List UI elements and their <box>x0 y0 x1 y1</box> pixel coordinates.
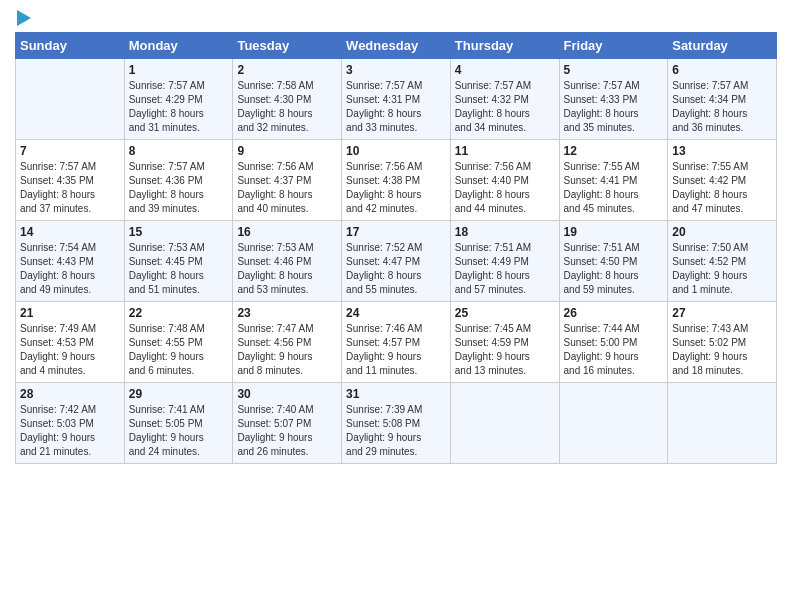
calendar-cell: 13Sunrise: 7:55 AM Sunset: 4:42 PM Dayli… <box>668 140 777 221</box>
day-content: Sunrise: 7:57 AM Sunset: 4:35 PM Dayligh… <box>20 160 120 216</box>
day-number: 1 <box>129 63 229 77</box>
day-number: 25 <box>455 306 555 320</box>
day-of-week-saturday: Saturday <box>668 33 777 59</box>
page-container: SundayMondayTuesdayWednesdayThursdayFrid… <box>0 0 792 474</box>
day-content: Sunrise: 7:46 AM Sunset: 4:57 PM Dayligh… <box>346 322 446 378</box>
logo <box>15 10 31 26</box>
day-content: Sunrise: 7:56 AM Sunset: 4:40 PM Dayligh… <box>455 160 555 216</box>
day-number: 5 <box>564 63 664 77</box>
calendar-cell: 27Sunrise: 7:43 AM Sunset: 5:02 PM Dayli… <box>668 302 777 383</box>
day-number: 19 <box>564 225 664 239</box>
day-number: 16 <box>237 225 337 239</box>
calendar-cell: 15Sunrise: 7:53 AM Sunset: 4:45 PM Dayli… <box>124 221 233 302</box>
calendar-cell: 2Sunrise: 7:58 AM Sunset: 4:30 PM Daylig… <box>233 59 342 140</box>
day-number: 31 <box>346 387 446 401</box>
day-of-week-monday: Monday <box>124 33 233 59</box>
day-content: Sunrise: 7:54 AM Sunset: 4:43 PM Dayligh… <box>20 241 120 297</box>
day-content: Sunrise: 7:53 AM Sunset: 4:45 PM Dayligh… <box>129 241 229 297</box>
day-content: Sunrise: 7:56 AM Sunset: 4:38 PM Dayligh… <box>346 160 446 216</box>
calendar-cell: 18Sunrise: 7:51 AM Sunset: 4:49 PM Dayli… <box>450 221 559 302</box>
day-content: Sunrise: 7:55 AM Sunset: 4:41 PM Dayligh… <box>564 160 664 216</box>
calendar-week-3: 14Sunrise: 7:54 AM Sunset: 4:43 PM Dayli… <box>16 221 777 302</box>
calendar-cell: 16Sunrise: 7:53 AM Sunset: 4:46 PM Dayli… <box>233 221 342 302</box>
calendar-week-1: 1Sunrise: 7:57 AM Sunset: 4:29 PM Daylig… <box>16 59 777 140</box>
day-content: Sunrise: 7:50 AM Sunset: 4:52 PM Dayligh… <box>672 241 772 297</box>
day-of-week-wednesday: Wednesday <box>342 33 451 59</box>
day-content: Sunrise: 7:57 AM Sunset: 4:29 PM Dayligh… <box>129 79 229 135</box>
calendar-cell: 4Sunrise: 7:57 AM Sunset: 4:32 PM Daylig… <box>450 59 559 140</box>
calendar-cell: 21Sunrise: 7:49 AM Sunset: 4:53 PM Dayli… <box>16 302 125 383</box>
day-of-week-sunday: Sunday <box>16 33 125 59</box>
calendar-cell: 24Sunrise: 7:46 AM Sunset: 4:57 PM Dayli… <box>342 302 451 383</box>
day-content: Sunrise: 7:57 AM Sunset: 4:32 PM Dayligh… <box>455 79 555 135</box>
calendar-cell: 3Sunrise: 7:57 AM Sunset: 4:31 PM Daylig… <box>342 59 451 140</box>
calendar-cell: 10Sunrise: 7:56 AM Sunset: 4:38 PM Dayli… <box>342 140 451 221</box>
calendar-cell: 26Sunrise: 7:44 AM Sunset: 5:00 PM Dayli… <box>559 302 668 383</box>
day-number: 26 <box>564 306 664 320</box>
day-content: Sunrise: 7:44 AM Sunset: 5:00 PM Dayligh… <box>564 322 664 378</box>
day-of-week-tuesday: Tuesday <box>233 33 342 59</box>
calendar-cell: 5Sunrise: 7:57 AM Sunset: 4:33 PM Daylig… <box>559 59 668 140</box>
day-content: Sunrise: 7:42 AM Sunset: 5:03 PM Dayligh… <box>20 403 120 459</box>
day-content: Sunrise: 7:49 AM Sunset: 4:53 PM Dayligh… <box>20 322 120 378</box>
day-content: Sunrise: 7:51 AM Sunset: 4:49 PM Dayligh… <box>455 241 555 297</box>
day-number: 29 <box>129 387 229 401</box>
calendar-cell <box>16 59 125 140</box>
day-content: Sunrise: 7:39 AM Sunset: 5:08 PM Dayligh… <box>346 403 446 459</box>
day-content: Sunrise: 7:58 AM Sunset: 4:30 PM Dayligh… <box>237 79 337 135</box>
calendar-cell: 20Sunrise: 7:50 AM Sunset: 4:52 PM Dayli… <box>668 221 777 302</box>
day-content: Sunrise: 7:53 AM Sunset: 4:46 PM Dayligh… <box>237 241 337 297</box>
calendar-cell: 12Sunrise: 7:55 AM Sunset: 4:41 PM Dayli… <box>559 140 668 221</box>
day-content: Sunrise: 7:57 AM Sunset: 4:36 PM Dayligh… <box>129 160 229 216</box>
calendar-cell: 22Sunrise: 7:48 AM Sunset: 4:55 PM Dayli… <box>124 302 233 383</box>
day-number: 12 <box>564 144 664 158</box>
day-number: 7 <box>20 144 120 158</box>
calendar-week-4: 21Sunrise: 7:49 AM Sunset: 4:53 PM Dayli… <box>16 302 777 383</box>
day-number: 2 <box>237 63 337 77</box>
day-content: Sunrise: 7:55 AM Sunset: 4:42 PM Dayligh… <box>672 160 772 216</box>
day-number: 24 <box>346 306 446 320</box>
calendar-cell: 17Sunrise: 7:52 AM Sunset: 4:47 PM Dayli… <box>342 221 451 302</box>
day-content: Sunrise: 7:57 AM Sunset: 4:31 PM Dayligh… <box>346 79 446 135</box>
calendar-cell: 23Sunrise: 7:47 AM Sunset: 4:56 PM Dayli… <box>233 302 342 383</box>
day-number: 6 <box>672 63 772 77</box>
calendar-week-2: 7Sunrise: 7:57 AM Sunset: 4:35 PM Daylig… <box>16 140 777 221</box>
calendar-cell: 28Sunrise: 7:42 AM Sunset: 5:03 PM Dayli… <box>16 383 125 464</box>
calendar-table: SundayMondayTuesdayWednesdayThursdayFrid… <box>15 32 777 464</box>
calendar-cell <box>450 383 559 464</box>
calendar-cell: 14Sunrise: 7:54 AM Sunset: 4:43 PM Dayli… <box>16 221 125 302</box>
calendar-cell: 8Sunrise: 7:57 AM Sunset: 4:36 PM Daylig… <box>124 140 233 221</box>
day-number: 15 <box>129 225 229 239</box>
day-number: 10 <box>346 144 446 158</box>
day-number: 14 <box>20 225 120 239</box>
day-content: Sunrise: 7:57 AM Sunset: 4:33 PM Dayligh… <box>564 79 664 135</box>
day-content: Sunrise: 7:52 AM Sunset: 4:47 PM Dayligh… <box>346 241 446 297</box>
calendar-body: 1Sunrise: 7:57 AM Sunset: 4:29 PM Daylig… <box>16 59 777 464</box>
day-number: 28 <box>20 387 120 401</box>
day-number: 22 <box>129 306 229 320</box>
logo-arrow-icon <box>17 10 31 26</box>
day-content: Sunrise: 7:45 AM Sunset: 4:59 PM Dayligh… <box>455 322 555 378</box>
day-number: 11 <box>455 144 555 158</box>
day-content: Sunrise: 7:57 AM Sunset: 4:34 PM Dayligh… <box>672 79 772 135</box>
day-content: Sunrise: 7:48 AM Sunset: 4:55 PM Dayligh… <box>129 322 229 378</box>
calendar-cell: 11Sunrise: 7:56 AM Sunset: 4:40 PM Dayli… <box>450 140 559 221</box>
calendar-cell <box>559 383 668 464</box>
calendar-cell <box>668 383 777 464</box>
day-number: 17 <box>346 225 446 239</box>
calendar-cell: 25Sunrise: 7:45 AM Sunset: 4:59 PM Dayli… <box>450 302 559 383</box>
day-number: 20 <box>672 225 772 239</box>
day-number: 3 <box>346 63 446 77</box>
calendar-cell: 29Sunrise: 7:41 AM Sunset: 5:05 PM Dayli… <box>124 383 233 464</box>
day-content: Sunrise: 7:41 AM Sunset: 5:05 PM Dayligh… <box>129 403 229 459</box>
day-of-week-friday: Friday <box>559 33 668 59</box>
day-number: 18 <box>455 225 555 239</box>
calendar-week-5: 28Sunrise: 7:42 AM Sunset: 5:03 PM Dayli… <box>16 383 777 464</box>
calendar-cell: 19Sunrise: 7:51 AM Sunset: 4:50 PM Dayli… <box>559 221 668 302</box>
calendar-cell: 6Sunrise: 7:57 AM Sunset: 4:34 PM Daylig… <box>668 59 777 140</box>
day-number: 30 <box>237 387 337 401</box>
day-number: 23 <box>237 306 337 320</box>
calendar-cell: 9Sunrise: 7:56 AM Sunset: 4:37 PM Daylig… <box>233 140 342 221</box>
day-number: 13 <box>672 144 772 158</box>
calendar-cell: 7Sunrise: 7:57 AM Sunset: 4:35 PM Daylig… <box>16 140 125 221</box>
